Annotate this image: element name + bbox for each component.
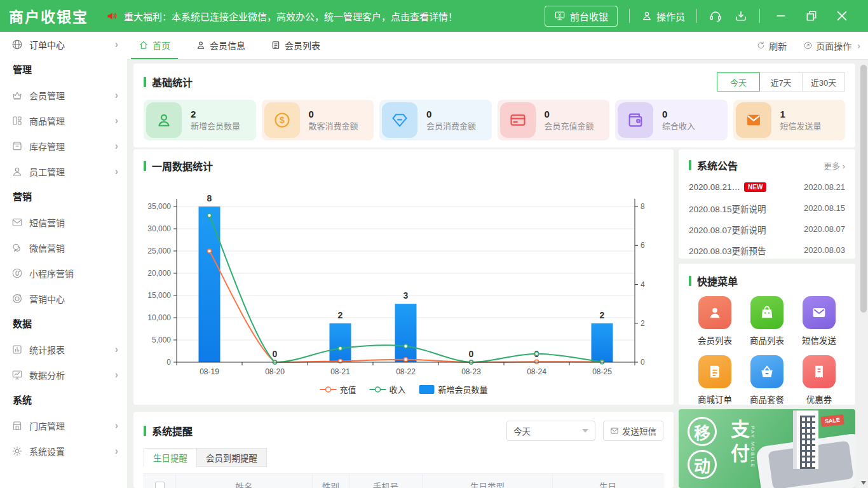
- tab-birthday-reminder[interactable]: 生日提醒: [144, 448, 197, 467]
- divider: [759, 9, 760, 23]
- download-icon[interactable]: [734, 9, 748, 23]
- stat-label: 会员充值金额: [545, 121, 594, 132]
- date-range-group: 今天 近7天 近30天: [717, 72, 845, 92]
- announcement-item[interactable]: 2020.08.15更新说明 2020.08.15: [689, 198, 845, 219]
- sidebar-item-label: 订单中心: [29, 38, 65, 51]
- refresh-button[interactable]: 刷新: [756, 39, 787, 52]
- promo-banner[interactable]: SALE 移 动 支付 PAY MOBILE: [679, 409, 855, 488]
- section-accent-bar: [144, 426, 146, 436]
- titlebar-actions: 前台收银 操作员: [545, 6, 868, 27]
- promo-label: 支付: [724, 419, 752, 468]
- range-30days-button[interactable]: 近30天: [802, 72, 845, 92]
- promo-latin-label: PAY MOBILE: [750, 426, 756, 468]
- announcement-item[interactable]: 2020.08.07更新说明 2020.08.07: [689, 219, 845, 240]
- reminder-table-header: 姓名 性别 手机号 生日类型 生日: [144, 473, 663, 488]
- svg-text:8: 8: [207, 193, 212, 203]
- sidebar-item-product-manage[interactable]: 商品管理 ›: [0, 108, 127, 133]
- sidebar-item-sms-marketing[interactable]: 短信营销: [0, 210, 127, 235]
- chevron-down-icon: [582, 429, 588, 433]
- member-icon: [196, 40, 206, 50]
- system-reminders-card: 系统提醒 今天 发送短信 生日提醒 会员到期提醒 姓名 性别 手机号 生日类型 …: [133, 412, 674, 488]
- operator-menu[interactable]: 操作员: [641, 10, 685, 23]
- quick-coupons[interactable]: 优惠券: [803, 355, 836, 405]
- sidebar-item-member-manage[interactable]: 会员管理 ›: [0, 83, 127, 108]
- scrollbar-down-arrow[interactable]: [859, 478, 868, 488]
- section-accent-bar: [689, 276, 691, 286]
- svg-text:25,000: 25,000: [147, 247, 171, 255]
- new-members-icon: [146, 102, 182, 138]
- svg-text:0: 0: [641, 358, 645, 367]
- tab-member-list[interactable]: 会员列表: [263, 32, 328, 59]
- select-all-checkbox[interactable]: [155, 482, 165, 488]
- announcement-title: 2020.08.03更新预告: [689, 244, 766, 257]
- announcement-text: 重大福利：本系统已连接企业微信，高效办公，统一管理客户，点击查看详情！: [124, 10, 458, 23]
- page-ops-label: 页面操作: [816, 39, 851, 52]
- quick-label: 商品套餐: [750, 393, 784, 405]
- quick-menu-card: 快捷菜单 会员列表 商品列表 短信发送: [679, 264, 855, 405]
- megaphone-icon: [106, 10, 119, 22]
- front-cashier-button[interactable]: 前台收银: [545, 6, 618, 27]
- svg-text:20,000: 20,000: [147, 269, 171, 278]
- column-header-birthday: 生日: [553, 474, 663, 488]
- quick-menu-title: 快捷菜单: [697, 273, 738, 288]
- announcement-bar[interactable]: 重大福利：本系统已连接企业微信，高效办公，统一管理客户，点击查看详情！: [106, 10, 458, 23]
- quick-product-packages[interactable]: 商品套餐: [750, 355, 784, 405]
- page-tabbar: 首页 会员信息 会员列表 刷新 页面操作 ›: [127, 32, 868, 60]
- sidebar-item-marketing-center[interactable]: 营销中心: [0, 286, 127, 311]
- sidebar-item-order-center[interactable]: 订单中心 ›: [0, 32, 127, 57]
- quick-member-list[interactable]: 会员列表: [698, 296, 732, 346]
- announcement-item[interactable]: 2020.08.03更新预告 2020.08.03: [689, 240, 845, 261]
- mail-icon: [736, 102, 771, 138]
- minimize-button[interactable]: [771, 6, 790, 25]
- front-cashier-label: 前台收银: [570, 10, 608, 23]
- sidebar-item-miniprogram-marketing[interactable]: 小程序营销: [0, 261, 127, 286]
- send-sms-button[interactable]: 发送短信: [603, 421, 663, 441]
- sidebar-item-system-settings[interactable]: 系统设置 ›: [0, 438, 127, 464]
- announcement-title: 2020.08.15更新说明: [689, 202, 766, 215]
- coin-icon: $: [264, 102, 300, 138]
- box-icon: [11, 140, 23, 152]
- quick-product-list[interactable]: 商品列表: [750, 296, 784, 346]
- scrollbar-thumb[interactable]: [860, 65, 867, 313]
- quick-sms-send[interactable]: 短信发送: [802, 296, 836, 346]
- range-7days-button[interactable]: 近7天: [759, 72, 803, 92]
- tab-member-info[interactable]: 会员信息: [188, 32, 253, 59]
- sidebar-item-statistics-report[interactable]: 统计报表 ›: [0, 337, 127, 362]
- chevron-right-icon: ›: [115, 140, 118, 152]
- stat-walkin-spend: $ 0 散客消费金额: [262, 100, 374, 140]
- close-button[interactable]: [832, 6, 851, 25]
- sidebar-item-data-analysis[interactable]: 数据分析 ›: [0, 362, 127, 388]
- sidebar-item-label: 门店管理: [29, 419, 65, 432]
- sidebar-section-data: 数据: [0, 311, 127, 337]
- stat-label: 短信发送量: [780, 121, 822, 132]
- support-headset-icon[interactable]: [709, 9, 722, 23]
- sidebar-item-label: 数据分析: [29, 369, 65, 381]
- reminder-date-select[interactable]: 今天: [506, 421, 595, 441]
- sidebar-item-store-manage[interactable]: 门店管理 ›: [0, 413, 127, 438]
- restore-button[interactable]: [802, 6, 821, 25]
- announcements-title: 系统公告: [697, 158, 738, 173]
- svg-text:4: 4: [641, 280, 645, 289]
- tab-member-expiry-reminder[interactable]: 会员到期提醒: [196, 448, 267, 467]
- stat-value: 0: [309, 108, 358, 121]
- svg-text:5,000: 5,000: [152, 336, 171, 344]
- chevron-right-icon: ›: [115, 445, 118, 457]
- sidebar-item-wechat-marketing[interactable]: 微信营销: [0, 235, 127, 261]
- close-icon: [835, 9, 849, 23]
- svg-text:35,000: 35,000: [147, 202, 171, 211]
- list-icon: [271, 40, 281, 50]
- svg-text:08-25: 08-25: [592, 367, 612, 376]
- tab-home[interactable]: 首页: [131, 32, 178, 59]
- sidebar-item-staff-manage[interactable]: 员工管理 ›: [0, 159, 127, 184]
- page-operations-button[interactable]: 页面操作 ›: [803, 39, 860, 52]
- minimize-icon: [775, 10, 787, 22]
- wechat-icon: [11, 242, 23, 254]
- announcement-date: 2020.08.15: [804, 203, 845, 213]
- announcement-item[interactable]: 2020.08.21… NEW 2020.08.21: [689, 177, 845, 198]
- quick-label: 商品列表: [750, 334, 784, 346]
- range-today-button[interactable]: 今天: [717, 72, 760, 92]
- announcements-more-link[interactable]: 更多 ›: [824, 159, 845, 172]
- quick-mall-orders[interactable]: 商城订单: [698, 355, 732, 405]
- column-header-gender: 性别: [313, 474, 349, 488]
- sidebar-item-inventory-manage[interactable]: 库存管理 ›: [0, 133, 127, 159]
